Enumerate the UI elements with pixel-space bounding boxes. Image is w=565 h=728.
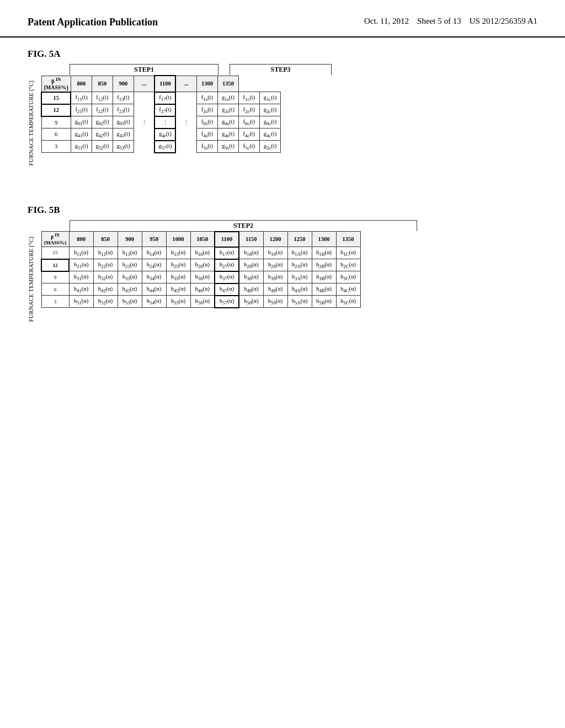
bh19: h19(α) [263,247,287,259]
temp-1100: 1100 [154,76,175,92]
sheet-info: Sheet 5 of 13 [417,17,461,25]
b-beta-3: 3 [41,296,69,308]
cell-f1ct: f1c(t) [238,92,259,104]
fig5b-row: FURNACE TEMPERATURE [°C] STEP2 β IN[MASS… [28,220,548,322]
fig5a-axis-label: FURNACE TEMPERATURE [°C] [28,81,34,166]
bh53: h53(α) [118,296,142,308]
cell-f23t: f23(t) [113,104,134,116]
cell-g51t: g51(t) [71,141,92,153]
header: Patent Application Publication Oct. 11, … [0,0,565,38]
cell-f21t: f21(t) [71,104,92,116]
temp-850: 850 [92,76,113,92]
b-beta-9: 9 [41,271,69,283]
step2-header: STEP2 [70,220,417,231]
cell-g4ct: g4c(t) [259,129,280,141]
beta-header: β IN[MASS%] [41,76,71,92]
cell-g01t: g01(t) [71,116,92,129]
bh52: h52(α) [93,296,118,308]
fig5a-table-wrapper: STEP1 STEP3 β IN[MASS%] 800 850 [41,64,332,153]
temp-800: 800 [71,76,92,92]
bh46: h46(α) [190,283,215,296]
cell-vdots2: ⋮ [175,116,196,129]
bh33: h33(α) [118,271,142,283]
bh47: h47(α) [215,283,239,296]
fig5a-title: FIG. 5A [28,49,548,60]
bh2c: h2C(α) [336,259,360,271]
b-beta-12: 12 [41,259,69,271]
cell-g5ct: g5c(t) [259,141,280,153]
bh18: h18(α) [239,247,263,259]
cell-dots-mid: ⋮ [154,116,175,129]
cell-dots1-r4 [134,129,154,141]
b-temp-1250: 1250 [287,232,312,247]
header-info: Oct. 11, 2012 Sheet 5 of 13 US 2012/2563… [364,17,537,26]
cell-g5st: g5s(t) [217,141,238,153]
fig5b-table-wrapper: STEP2 β IN[MASS%] 800 850 900 950 1000 [41,220,417,308]
cell-g2st: g2s(t) [217,104,238,116]
fig5b-table: β IN[MASS%] 800 850 900 950 1000 1050 11… [41,231,361,308]
b-temp-1200: 1200 [263,232,287,247]
temp-900: 900 [113,76,134,92]
pub-date: Oct. 11, 2012 [364,17,409,25]
b-temp-1000: 1000 [166,232,190,247]
b-temp-900: 900 [118,232,142,247]
fig5a-table: β IN[MASS%] 800 850 900 ... 1100 ... 130… [41,75,281,153]
b-temp-1100: 1100 [215,232,239,247]
table-row: 3 g51(t) g52(t) g53(t) g57(t) f5s(t) g5s… [41,141,280,153]
bh31: h31(α) [69,271,93,283]
cell-g42t: g42(t) [92,129,113,141]
table-row: 12 h21(α) h22(α) h23(α) h24(α) h25(α) h2… [41,259,360,271]
bh4b: h4B(α) [312,283,336,296]
bh12: h12(α) [93,247,118,259]
content-area: FIG. 5A FURNACE TEMPERATURE [°C] STEP1 [0,38,565,333]
bh17: h17(α) [215,247,239,259]
bh49: h49(α) [263,283,287,296]
fig5a-section: FIG. 5A FURNACE TEMPERATURE [°C] STEP1 [28,49,548,166]
cell-g52t: g52(t) [92,141,113,153]
bh55: h55(α) [166,296,190,308]
bh2a: h2A(α) [287,259,312,271]
cell-dots1-r1 [134,92,154,104]
bh11: h11(α) [69,247,93,259]
beta-9: 9 [41,116,71,129]
cell-f12t: f12(t) [92,92,113,104]
fig5a-row: FURNACE TEMPERATURE [°C] STEP1 STEP3 [28,64,548,166]
bh34: h34(α) [142,271,166,283]
b-beta-6: 6 [41,283,69,296]
bh5c: h5C(α) [336,296,360,308]
table-row: 9 g01(t) g02(t) g03(t) ⋮ ⋮ ⋮ f0s(t) g0s(… [41,116,280,129]
cell-dots2-r4 [175,129,196,141]
cell-g57t: g57(t) [154,141,175,153]
b-temp-1300: 1300 [312,232,336,247]
cell-f22t: f22(t) [92,104,113,116]
bh14: h14(α) [142,247,166,259]
bh2b: h2B(α) [312,259,336,271]
cell-f13t: f13(t) [113,92,134,104]
publication-title: Patent Application Publication [28,17,158,28]
cell-f1st: f1s(t) [196,92,217,104]
cell-g43t: g43(t) [113,129,134,141]
bh43: h43(α) [118,283,142,296]
beta-header-b: β IN[MASS%] [41,232,69,247]
bh38: h38(α) [239,271,263,283]
bh13: h13(α) [118,247,142,259]
bh3a: h3A(α) [287,271,312,283]
cell-dots1-r5 [134,141,154,153]
bh45: h45(α) [166,283,190,296]
cell-g53t: g53(t) [113,141,134,153]
cell-g1ct: g1c(t) [259,92,280,104]
fig5b-axis-label: FURNACE TEMPERATURE [°C] [28,237,34,322]
bh4a: h4A(α) [287,283,312,296]
bh59: h59(α) [263,296,287,308]
bh3b: h3B(α) [312,271,336,283]
cell-f11t: f11(t) [71,92,92,104]
step3-header: STEP3 [230,64,332,75]
cell-g2ct: g2c(t) [259,104,280,116]
table-row: 6 g41(t) g42(t) g43(t) g4r(t) f4s(t) g4s… [41,129,280,141]
cell-g0s: g0s(t) [217,116,238,129]
cell-f4ct: f4c(t) [238,129,259,141]
bh3c: h3C(α) [336,271,360,283]
cell-dots1-r2 [134,104,154,116]
cell-g4st: g4s(t) [217,129,238,141]
bh23: h23(α) [118,259,142,271]
